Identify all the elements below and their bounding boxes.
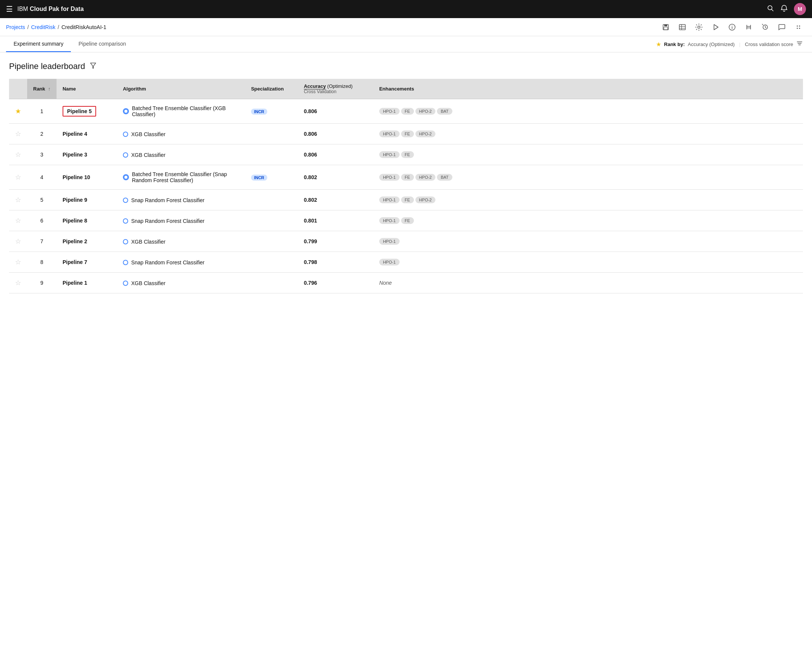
no-enhancements-label: None: [379, 280, 392, 286]
table-row[interactable]: ☆8Pipeline 7Snap Random Forest Classifie…: [9, 252, 803, 273]
star-cell[interactable]: ☆: [9, 165, 27, 190]
name-cell[interactable]: Pipeline 2: [56, 231, 117, 252]
name-cell[interactable]: Pipeline 1: [56, 273, 117, 293]
name-cell[interactable]: Pipeline 5: [56, 99, 117, 124]
star-cell[interactable]: ☆: [9, 211, 27, 231]
rank-cell: 7: [27, 231, 56, 252]
accuracy-cell: 0.806: [298, 99, 373, 124]
algorithm-cell: XGB Classifier: [117, 231, 245, 252]
table-icon[interactable]: [675, 20, 690, 35]
enhancement-tag[interactable]: HPO-1: [379, 238, 399, 245]
name-cell[interactable]: Pipeline 3: [56, 144, 117, 165]
rank-separator: |: [739, 41, 740, 47]
enhancement-tag[interactable]: HPO-1: [379, 108, 399, 115]
compare-icon[interactable]: [741, 20, 756, 35]
grid-icon[interactable]: [791, 20, 806, 35]
enhancement-tag[interactable]: HPO-1: [379, 151, 399, 158]
notification-icon[interactable]: [780, 5, 788, 14]
name-cell[interactable]: Pipeline 7: [56, 252, 117, 273]
enhancement-tag[interactable]: BAT: [437, 174, 452, 181]
star-cell[interactable]: ☆: [9, 124, 27, 144]
star-empty-icon: ☆: [15, 237, 21, 245]
svg-rect-4: [664, 27, 667, 30]
name-cell[interactable]: Pipeline 10: [56, 165, 117, 190]
breadcrumb-sep-2: /: [58, 24, 59, 30]
batched-algo-icon: [123, 174, 129, 180]
algorithm-cell: XGB Classifier: [117, 124, 245, 144]
breadcrumb-actions: [658, 20, 806, 35]
svg-point-20: [797, 28, 798, 29]
table-row[interactable]: ★1Pipeline 5Batched Tree Ensemble Classi…: [9, 99, 803, 124]
enhancement-tag[interactable]: FE: [401, 130, 414, 137]
leaderboard-filter-icon[interactable]: [90, 62, 97, 71]
sort-arrow-icon[interactable]: ↑: [48, 86, 51, 92]
simple-algo-icon: [123, 152, 128, 158]
breadcrumb-sep-1: /: [28, 24, 29, 30]
table-row[interactable]: ☆5Pipeline 9Snap Random Forest Classifie…: [9, 190, 803, 211]
th-specialization: Specialization: [245, 79, 298, 99]
enhancement-tag[interactable]: HPO-1: [379, 174, 399, 181]
comment-icon[interactable]: [774, 20, 789, 35]
specialization-cell: INCR: [245, 165, 298, 190]
breadcrumb-projects[interactable]: Projects: [6, 24, 25, 30]
avatar[interactable]: M: [794, 3, 806, 15]
enhancement-tag[interactable]: HPO-1: [379, 130, 399, 137]
batched-algo-icon: [123, 108, 129, 114]
table-row[interactable]: ☆2Pipeline 4XGB Classifier0.806HPO-1FEHP…: [9, 124, 803, 144]
enhancement-tag[interactable]: HPO-1: [379, 196, 399, 203]
accuracy-value: 0.798: [304, 259, 317, 265]
algorithm-cell: XGB Classifier: [117, 144, 245, 165]
rank-cell: 1: [27, 99, 56, 124]
star-empty-icon: ☆: [15, 258, 21, 266]
enhancement-tag[interactable]: FE: [401, 108, 414, 115]
enhancement-tag[interactable]: HPO-2: [416, 108, 436, 115]
tab-experiment-summary[interactable]: Experiment summary: [6, 36, 71, 52]
enhancements-cell: HPO-1FE: [373, 211, 803, 231]
rank-cell: 4: [27, 165, 56, 190]
history-icon[interactable]: [758, 20, 773, 35]
tab-pipeline-comparison[interactable]: Pipeline comparison: [71, 36, 133, 52]
enhancements-cell: None: [373, 273, 803, 293]
enhancement-tag[interactable]: FE: [401, 174, 414, 181]
star-cell[interactable]: ☆: [9, 231, 27, 252]
star-cell[interactable]: ★: [9, 99, 27, 124]
settings-icon[interactable]: [691, 20, 707, 35]
name-cell[interactable]: Pipeline 9: [56, 190, 117, 211]
enhancement-tag[interactable]: HPO-1: [379, 259, 399, 265]
accuracy-cell: 0.799: [298, 231, 373, 252]
save-icon[interactable]: [658, 20, 673, 35]
name-cell[interactable]: Pipeline 8: [56, 211, 117, 231]
info-icon[interactable]: [725, 20, 740, 35]
simple-algo-icon: [123, 132, 128, 137]
enhancement-tag[interactable]: HPO-2: [416, 174, 436, 181]
breadcrumb-creditrisk[interactable]: CreditRisk: [31, 24, 56, 30]
accuracy-value: 0.806: [304, 152, 317, 158]
pipeline-name: Pipeline 10: [62, 174, 90, 180]
menu-icon[interactable]: ☰: [6, 5, 13, 13]
table-row[interactable]: ☆6Pipeline 8Snap Random Forest Classifie…: [9, 211, 803, 231]
play-icon[interactable]: [708, 20, 723, 35]
rank-filter-icon[interactable]: [796, 40, 803, 48]
star-cell[interactable]: ☆: [9, 252, 27, 273]
enhancement-tag[interactable]: FE: [401, 196, 414, 203]
star-empty-icon: ☆: [15, 173, 21, 181]
svg-point-13: [732, 25, 733, 26]
star-cell[interactable]: ☆: [9, 273, 27, 293]
table-row[interactable]: ☆3Pipeline 3XGB Classifier0.806HPO-1FE: [9, 144, 803, 165]
enhancement-tag[interactable]: HPO-2: [416, 130, 436, 137]
enhancement-tag[interactable]: FE: [401, 151, 414, 158]
star-cell[interactable]: ☆: [9, 144, 27, 165]
enhancement-tag[interactable]: HPO-2: [416, 196, 436, 203]
star-cell[interactable]: ☆: [9, 190, 27, 211]
enhancement-tag[interactable]: BAT: [437, 108, 452, 115]
name-cell[interactable]: Pipeline 4: [56, 124, 117, 144]
enhancement-tag[interactable]: FE: [401, 217, 414, 224]
enhancements-cell: HPO-1FEHPO-2: [373, 124, 803, 144]
simple-algo-icon: [123, 239, 128, 244]
table-row[interactable]: ☆7Pipeline 2XGB Classifier0.799HPO-1: [9, 231, 803, 252]
search-icon[interactable]: [767, 5, 774, 14]
enhancement-tag[interactable]: HPO-1: [379, 217, 399, 224]
table-row[interactable]: ☆9Pipeline 1XGB Classifier0.796None: [9, 273, 803, 293]
table-row[interactable]: ☆4Pipeline 10Batched Tree Ensemble Class…: [9, 165, 803, 190]
svg-point-18: [797, 25, 798, 26]
